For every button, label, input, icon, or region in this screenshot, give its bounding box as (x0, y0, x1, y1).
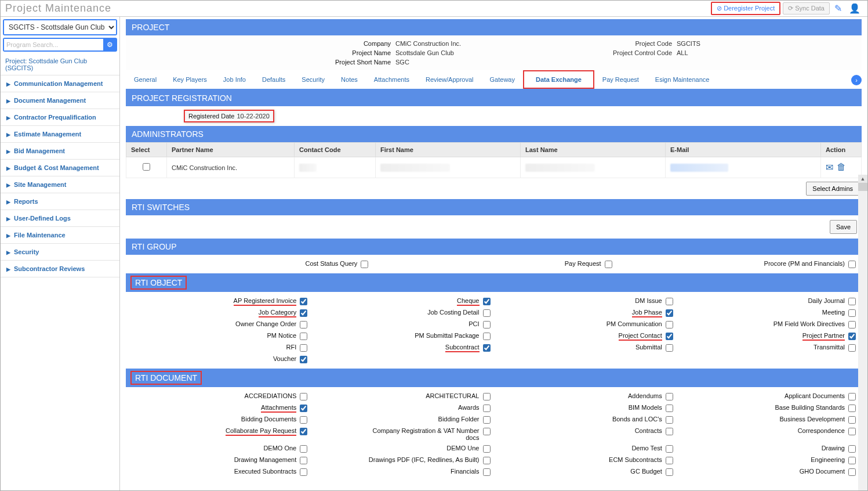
gear-icon[interactable]: ⚙ (103, 39, 116, 50)
sync-data-button: ⟳ Sync Data (783, 2, 830, 15)
checkbox[interactable] (848, 457, 856, 464)
checkbox[interactable] (483, 309, 491, 317)
checkbox[interactable] (300, 309, 307, 317)
vertical-scrollbar[interactable]: ▲ (858, 183, 867, 490)
checkbox[interactable] (848, 298, 856, 305)
checkbox[interactable] (483, 344, 491, 352)
sidebar-item[interactable]: ▶Subcontractor Reviews (1, 261, 119, 277)
checkbox[interactable] (483, 416, 491, 424)
tab[interactable]: Gateway (482, 70, 523, 89)
sidebar-item[interactable]: ▶Contractor Prequalification (1, 109, 119, 126)
checkbox[interactable] (666, 445, 673, 453)
tab[interactable]: Attachments (366, 70, 417, 89)
checkbox[interactable] (848, 445, 856, 453)
checkbox[interactable] (666, 344, 673, 352)
checkbox[interactable] (848, 393, 856, 400)
checkbox[interactable] (666, 309, 673, 317)
sidebar-item[interactable]: ▶File Maintenance (1, 227, 119, 244)
checkbox[interactable] (848, 309, 856, 317)
checkbox[interactable] (666, 405, 673, 412)
sidebar-item[interactable]: ▶Document Management (1, 92, 119, 109)
tab[interactable]: Defaults (254, 70, 293, 89)
check-item: Financials (311, 466, 493, 478)
checkbox[interactable] (300, 445, 307, 453)
sidebar-item[interactable]: ▶Reports (1, 193, 119, 210)
checkbox[interactable] (483, 333, 491, 340)
checkbox[interactable] (605, 261, 612, 268)
tab[interactable]: Review/Approval (417, 70, 482, 89)
checkbox[interactable] (483, 468, 491, 476)
checkbox[interactable] (848, 416, 856, 424)
checkbox[interactable] (848, 405, 856, 412)
check-item: Cheque (311, 295, 493, 307)
project-select[interactable]: SGCITS - Scottsdale Gun Club (4, 20, 116, 34)
checkbox[interactable] (300, 344, 307, 352)
checkbox[interactable] (300, 457, 307, 464)
checkbox[interactable] (300, 468, 307, 476)
save-button[interactable]: Save (830, 220, 857, 234)
check-item: Cost Status Query (128, 258, 372, 270)
sidebar-item[interactable]: ▶Budget & Cost Management (1, 160, 119, 176)
tab[interactable]: Notes (333, 70, 366, 89)
checkbox[interactable] (848, 333, 856, 340)
sidebar-item[interactable]: ▶Security (1, 244, 119, 261)
sidebar-item[interactable]: ▶Communication Management (1, 75, 119, 92)
checkbox[interactable] (848, 468, 856, 476)
check-label: Awards (458, 404, 482, 411)
checkbox[interactable] (483, 445, 491, 453)
section-project: PROJECT (126, 19, 862, 35)
tab[interactable]: Job Info (215, 70, 254, 89)
select-admins-button[interactable]: Select Admins (806, 182, 859, 196)
checkbox[interactable] (848, 428, 856, 435)
checkbox[interactable] (666, 428, 673, 435)
checkbox[interactable] (483, 393, 491, 400)
delete-icon[interactable]: 🗑 (837, 162, 846, 173)
program-search-input[interactable] (4, 39, 103, 50)
check-item: Company Registration & VAT Number docs (311, 425, 493, 443)
check-item: PM Field Work Directives (677, 319, 859, 330)
user-icon[interactable]: 👤 (847, 3, 863, 14)
sidebar-item[interactable]: ▶Bid Management (1, 143, 119, 160)
checkbox[interactable] (300, 356, 307, 363)
checkbox[interactable] (300, 416, 307, 424)
checkbox[interactable] (666, 468, 673, 476)
checkbox[interactable] (483, 298, 491, 305)
checkbox[interactable] (666, 321, 673, 328)
checkbox[interactable] (300, 393, 307, 400)
checkbox[interactable] (848, 261, 856, 268)
checkbox[interactable] (300, 405, 307, 412)
checkbox[interactable] (300, 333, 307, 340)
edit-icon[interactable]: ✎ (832, 3, 844, 14)
checkbox[interactable] (483, 457, 491, 464)
checkbox[interactable] (483, 405, 491, 412)
sidebar-item[interactable]: ▶Estimate Management (1, 126, 119, 143)
checkbox[interactable] (848, 321, 856, 328)
checkbox[interactable] (300, 428, 307, 435)
checkbox[interactable] (483, 428, 491, 435)
checkbox[interactable] (666, 457, 673, 464)
checkbox[interactable] (666, 333, 673, 340)
checkbox[interactable] (300, 321, 307, 328)
checkbox[interactable] (666, 393, 673, 400)
sidebar-item[interactable]: ▶Site Management (1, 176, 119, 193)
deregister-project-button[interactable]: ⊘ Deregister Project (711, 2, 780, 15)
sidebar-item[interactable]: ▶User-Defined Logs (1, 210, 119, 227)
checkbox[interactable] (361, 261, 368, 268)
tab[interactable]: Key Players (165, 70, 215, 89)
checkbox[interactable] (666, 416, 673, 424)
tabs-scroll-right-icon[interactable]: › (851, 75, 862, 85)
project-label[interactable]: Project: Scottsdale Gun Club (SGCITS) (1, 54, 119, 75)
checkbox[interactable] (848, 344, 856, 352)
tab[interactable]: Security (293, 70, 333, 89)
checkbox[interactable] (666, 298, 673, 305)
checkbox[interactable] (300, 298, 307, 305)
tab[interactable]: Pay Request (594, 70, 647, 89)
checkbox[interactable] (483, 321, 491, 328)
tab[interactable]: General (126, 70, 165, 89)
check-label: Job Phase (632, 309, 666, 316)
tab[interactable]: Esign Maintenance (647, 70, 718, 89)
tab[interactable]: Data Exchange (523, 70, 594, 89)
row-select-checkbox[interactable] (143, 163, 150, 171)
mail-icon[interactable]: ✉ (826, 162, 833, 173)
check-label: Meeting (822, 309, 848, 316)
